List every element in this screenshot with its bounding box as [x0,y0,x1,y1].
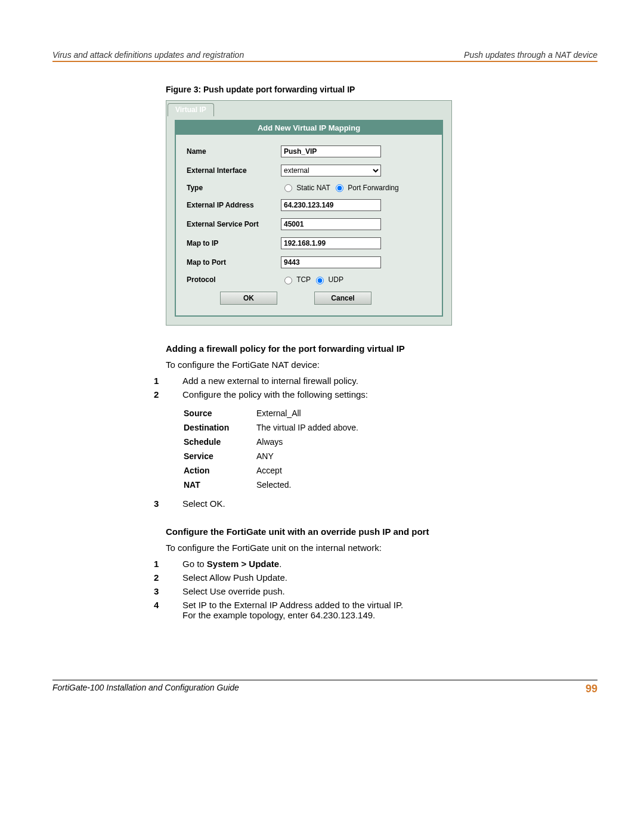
external-interface-select[interactable]: external [281,165,381,176]
footer-left: FortiGate-100 Installation and Configura… [52,683,239,695]
figure-caption: Figure 3: Push update port forwarding vi… [166,85,571,94]
protocol-tcp-radio[interactable] [284,277,292,284]
protocol-udp-radio[interactable] [316,277,324,284]
header-right: Push updates through a NAT device [464,50,597,60]
step-text: Set IP to the External IP Address added … [182,600,403,620]
step-text: Configure the policy with the following … [182,389,368,400]
header-rule [52,61,597,62]
external-ip-input[interactable] [281,199,381,211]
external-port-input[interactable] [281,218,381,230]
type-static-nat-label: Static NAT [296,184,330,192]
section1-heading: Adding a firewall policy for the port fo… [166,343,571,354]
type-static-nat-radio[interactable] [284,184,292,192]
label-type: Type [187,184,281,192]
label-map-ip: Map to IP [187,239,281,247]
step-text: Select OK. [182,498,225,509]
page-number: 99 [586,683,597,695]
name-input[interactable] [281,145,381,157]
tab-virtual-ip[interactable]: Virtual IP [168,103,214,116]
table-row: ActionAccept [184,464,371,477]
nav-path: System > Update [207,559,279,569]
ok-button[interactable]: OK [220,292,277,305]
table-row: ScheduleAlways [184,435,371,448]
steps-2: 1 Go to System > Update. 2Select Allow P… [166,559,571,620]
page-header: Virus and attack definitions updates and… [52,50,597,60]
type-port-fwd-label: Port Forwarding [348,184,398,192]
step-text: Add a new external to internal firewall … [182,376,358,386]
steps-1: 1Add a new external to internal firewall… [166,376,571,400]
section1-intro: To configure the FortiGate NAT device: [166,360,571,370]
panel-title: Add New Virtual IP Mapping [176,121,442,135]
virtual-ip-panel: Virtual IP Add New Virtual IP Mapping Na… [166,100,452,326]
label-name: Name [187,147,281,156]
table-row: SourceExternal_All [184,407,371,420]
step-text: Select Allow Push Update. [182,572,287,583]
step-text: Go to System > Update. [182,559,281,569]
label-protocol: Protocol [187,275,281,284]
table-row: ServiceANY [184,450,371,463]
table-row: DestinationThe virtual IP added above. [184,421,371,434]
map-to-port-input[interactable] [281,256,381,268]
page-footer: FortiGate-100 Installation and Configura… [52,680,597,695]
map-to-ip-input[interactable] [281,237,381,249]
table-row: NATSelected. [184,478,371,491]
label-ext-if: External Interface [187,166,281,175]
label-ext-port: External Service Port [187,220,281,228]
type-port-fwd-radio[interactable] [336,184,343,192]
label-map-port: Map to Port [187,258,281,267]
protocol-udp-label: UDP [329,275,343,284]
policy-settings-table: SourceExternal_All DestinationThe virtua… [182,405,373,493]
section2-intro: To configure the FortiGate unit on the i… [166,543,571,553]
protocol-tcp-label: TCP [296,275,311,284]
header-left: Virus and attack definitions updates and… [52,50,244,60]
steps-1b: 3Select OK. [166,498,571,509]
label-ext-ip: External IP Address [187,201,281,209]
cancel-button[interactable]: Cancel [314,292,371,305]
section2-heading: Configure the FortiGate unit with an ove… [166,527,571,537]
step-text: Select Use override push. [182,586,285,596]
